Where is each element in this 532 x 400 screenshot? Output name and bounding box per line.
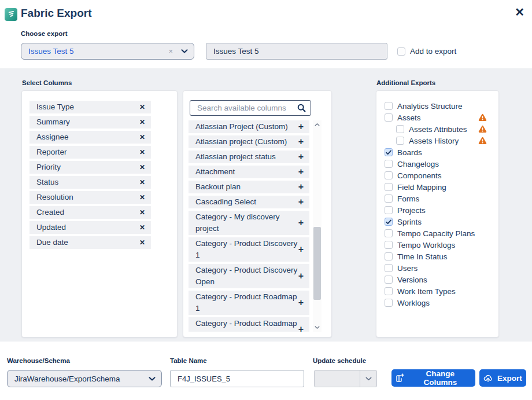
- scrollbar-thumb[interactable]: [313, 227, 321, 300]
- available-column-row[interactable]: Backout plan +: [189, 181, 309, 193]
- available-column-row[interactable]: Atlassian Project (Custom) +: [189, 120, 309, 133]
- export-checkbox[interactable]: [385, 229, 393, 237]
- export-option-label: Time In Status: [397, 252, 487, 261]
- remove-column-icon[interactable]: ✕: [139, 208, 145, 216]
- search-input[interactable]: [196, 103, 297, 113]
- remove-column-icon[interactable]: ✕: [139, 193, 145, 201]
- export-checkbox[interactable]: [385, 276, 393, 284]
- additional-export-row[interactable]: Tempo Capacity Plans: [376, 227, 498, 239]
- additional-export-row[interactable]: Work Item Types: [376, 285, 498, 297]
- selected-column-row[interactable]: Priority ✕: [29, 161, 151, 174]
- remove-column-icon[interactable]: ✕: [139, 148, 145, 156]
- available-column-row[interactable]: Attachment +: [189, 166, 309, 178]
- add-column-icon[interactable]: +: [298, 167, 304, 177]
- remove-column-icon[interactable]: ✕: [139, 103, 145, 111]
- selected-column-label: Status: [36, 177, 139, 188]
- additional-export-row[interactable]: Worklogs: [376, 297, 498, 309]
- additional-export-row[interactable]: Assets: [376, 112, 498, 123]
- remove-column-icon[interactable]: ✕: [139, 118, 145, 126]
- remove-column-icon[interactable]: ✕: [139, 163, 145, 171]
- export-checkbox[interactable]: [385, 241, 393, 249]
- available-column-row[interactable]: Cascading Select +: [189, 196, 309, 208]
- additional-export-row[interactable]: Forms: [376, 193, 498, 204]
- export-select-value: Issues Test 5: [28, 47, 168, 56]
- add-column-icon[interactable]: +: [298, 197, 304, 207]
- additional-export-row[interactable]: Users: [376, 262, 498, 274]
- available-column-row[interactable]: Category - Product Roadmap 2 +: [189, 317, 309, 332]
- additional-export-row[interactable]: Field Mapping: [376, 181, 498, 193]
- add-column-icon[interactable]: +: [298, 182, 304, 192]
- additional-export-row[interactable]: Tempo Worklogs: [376, 239, 498, 251]
- add-to-export-checkbox[interactable]: [397, 47, 405, 56]
- remove-column-icon[interactable]: ✕: [139, 133, 145, 141]
- remove-column-icon[interactable]: ✕: [139, 223, 145, 232]
- add-column-icon[interactable]: +: [298, 245, 304, 254]
- selected-column-row[interactable]: Status ✕: [29, 176, 151, 189]
- add-column-icon[interactable]: +: [298, 298, 304, 307]
- selected-column-row[interactable]: Issue Type ✕: [29, 101, 151, 113]
- available-column-row[interactable]: Atlassian project (Custom) +: [189, 135, 309, 148]
- export-checkbox[interactable]: [385, 102, 393, 110]
- available-column-row[interactable]: Atlassian project status +: [189, 151, 309, 163]
- export-select[interactable]: Issues Test 5 ×: [21, 43, 194, 60]
- selected-column-row[interactable]: Updated ✕: [29, 221, 151, 234]
- additional-export-row[interactable]: Assets Attributes: [376, 123, 498, 135]
- export-checkbox[interactable]: [385, 195, 393, 203]
- available-column-row[interactable]: Category - Product Discovery 1 +: [189, 237, 309, 262]
- selected-column-row[interactable]: Assignee ✕: [29, 131, 151, 144]
- export-checkbox[interactable]: [385, 171, 393, 179]
- scroll-up-icon[interactable]: [313, 120, 322, 129]
- export-checkbox[interactable]: [385, 206, 393, 214]
- scrollbar[interactable]: [313, 120, 322, 332]
- additional-export-row[interactable]: Changelogs: [376, 158, 498, 170]
- available-column-row[interactable]: Category - Product Roadmap 1 +: [189, 291, 309, 315]
- export-checkbox[interactable]: [385, 287, 393, 295]
- additional-export-row[interactable]: Components: [376, 170, 498, 181]
- additional-export-row[interactable]: Versions: [376, 274, 498, 285]
- export-option-label: Assets History: [409, 137, 478, 145]
- remove-column-icon[interactable]: ✕: [139, 178, 145, 186]
- export-checkbox[interactable]: [385, 264, 393, 272]
- clear-selection-icon[interactable]: ×: [168, 47, 173, 56]
- update-schedule-select[interactable]: [314, 370, 377, 387]
- add-column-icon[interactable]: +: [298, 137, 304, 146]
- additional-export-row[interactable]: Assets History: [376, 135, 498, 146]
- additional-export-row[interactable]: Time In Status: [376, 251, 498, 262]
- export-button[interactable]: Export: [479, 369, 526, 387]
- close-icon[interactable]: ✕: [515, 6, 524, 18]
- export-checkbox[interactable]: [385, 252, 393, 260]
- selected-column-row[interactable]: Created ✕: [29, 206, 151, 219]
- table-name-input[interactable]: [170, 370, 304, 387]
- chevron-down-icon[interactable]: [360, 370, 376, 387]
- additional-export-row[interactable]: Analytics Structure: [376, 100, 498, 112]
- export-checkbox[interactable]: [385, 148, 393, 156]
- export-checkbox[interactable]: [396, 125, 404, 133]
- add-column-icon[interactable]: +: [298, 122, 304, 131]
- export-checkbox[interactable]: [385, 183, 393, 191]
- warehouse-schema-select[interactable]: JiraWarehouse/ExportSchema: [7, 370, 162, 387]
- remove-column-icon[interactable]: ✕: [139, 238, 145, 247]
- selected-column-row[interactable]: Resolution ✕: [29, 191, 151, 204]
- available-column-row[interactable]: Category - Product Discovery Open +: [189, 264, 309, 288]
- export-checkbox[interactable]: [385, 113, 393, 122]
- available-column-row[interactable]: Category - My discovery project +: [189, 211, 309, 235]
- export-checkbox[interactable]: [385, 218, 393, 226]
- add-column-icon[interactable]: +: [298, 325, 304, 332]
- selected-column-row[interactable]: Due date ✕: [29, 236, 151, 249]
- additional-export-row[interactable]: Boards: [376, 146, 498, 158]
- additional-export-row[interactable]: Projects: [376, 204, 498, 216]
- export-checkbox[interactable]: [385, 160, 393, 168]
- selected-column-row[interactable]: Summary ✕: [29, 116, 151, 129]
- add-column-icon[interactable]: +: [298, 218, 304, 227]
- additional-export-row[interactable]: Sprints: [376, 216, 498, 227]
- selected-column-row[interactable]: Reporter ✕: [29, 146, 151, 159]
- add-column-icon[interactable]: +: [298, 152, 304, 162]
- export-checkbox[interactable]: [385, 299, 393, 307]
- export-name-input[interactable]: [206, 43, 387, 60]
- change-columns-button[interactable]: Change Columns: [391, 369, 475, 387]
- add-to-export-option[interactable]: Add to export: [397, 47, 456, 56]
- add-column-icon[interactable]: +: [298, 271, 304, 281]
- export-checkbox[interactable]: [396, 137, 404, 145]
- scroll-down-icon[interactable]: [313, 323, 322, 332]
- search-box[interactable]: [190, 100, 311, 116]
